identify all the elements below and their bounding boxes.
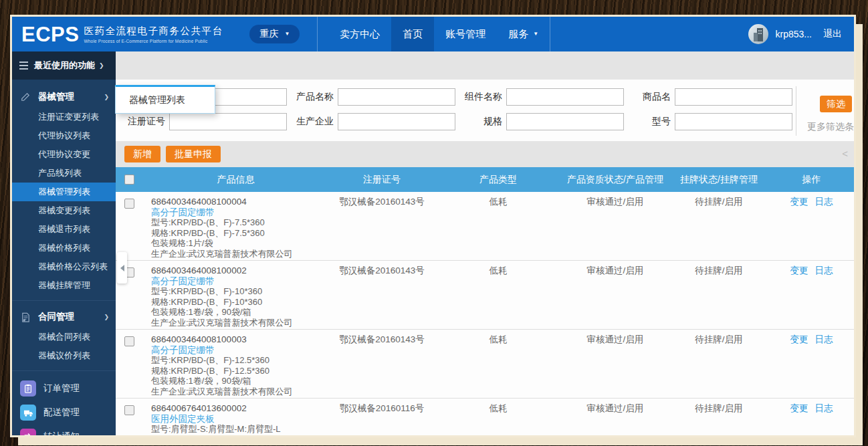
filter-field: 生产企业	[292, 113, 461, 130]
product-detail: 生产企业:武汉克瑞普新技术有限公司	[151, 249, 329, 259]
sidebar-collapse-handle[interactable]	[117, 252, 127, 284]
row-actions: 变更日志	[769, 334, 854, 345]
sidebar-item[interactable]: 器械价格列表	[12, 239, 116, 257]
platform-title: 医药全流程电子商务公共平台	[84, 25, 223, 37]
sidebar-item[interactable]: 器械管理列表	[12, 183, 116, 201]
filter-input[interactable]	[506, 113, 624, 130]
filter-input[interactable]	[675, 113, 792, 130]
table-toolbar: 新增 批量申报 <	[116, 141, 854, 167]
row-checkbox[interactable]	[124, 405, 134, 415]
product-name-link[interactable]: 高分子固定绷带	[151, 276, 215, 286]
filter-input[interactable]	[506, 88, 624, 106]
row-checkbox[interactable]	[124, 199, 134, 209]
more-filters-link[interactable]: 更多筛选条	[807, 121, 854, 133]
product-type: 低耗	[435, 265, 562, 276]
avatar[interactable]	[748, 24, 768, 44]
product-name-link[interactable]: 高分子固定绷带	[151, 345, 215, 355]
filter-field: 注册证号	[124, 113, 292, 130]
action-link[interactable]: 变更	[790, 265, 808, 275]
product-name-link[interactable]: 医用外固定夹板	[151, 414, 215, 424]
filter-field: 产品名称	[292, 88, 461, 106]
sidebar-item[interactable]: 器械价格公示列表	[12, 257, 116, 276]
nav-item[interactable]: 账号管理	[434, 17, 497, 51]
filter-field-label: 注册证号	[124, 116, 165, 128]
nav-item[interactable]: 服务▼	[497, 17, 550, 51]
product-type: 低耗	[435, 334, 562, 345]
listing-status: 待挂牌/启用	[669, 265, 769, 276]
sidebar-item[interactable]: 器械合同列表	[12, 328, 116, 346]
filter-button[interactable]: 筛选	[820, 96, 852, 112]
products-table: 产品信息注册证号产品类型产品资质状态/产品管理挂牌状态/挂牌管理操作 68640…	[116, 167, 854, 435]
sidebar-item[interactable]: 器械议价列表	[12, 346, 116, 365]
listing-status: 待挂牌/启用	[669, 197, 769, 207]
nav-item-label: 首页	[403, 28, 423, 41]
qualification-status: 审核通过/启用	[562, 403, 669, 414]
filter-input[interactable]	[338, 113, 455, 130]
registration-number: 鄂汉械备20160143号	[329, 197, 435, 207]
table-body: 6864003464008100004高分子固定绷带型号:KRP/BD-(B、F…	[116, 192, 854, 435]
product-name-link[interactable]: 高分子固定绷带	[151, 207, 215, 217]
sidebar-section[interactable]: 器械管理❯	[12, 86, 116, 108]
action-link[interactable]: 变更	[790, 403, 808, 413]
listing-status: 待挂牌/启用	[669, 403, 769, 414]
sidebar-item[interactable]: 产品线列表	[12, 164, 116, 183]
nav-item-label: 账号管理	[445, 28, 485, 41]
dropdown-item[interactable]: 器械管理列表	[129, 94, 185, 106]
sidebar-item[interactable]: 配送管理	[12, 401, 116, 425]
product-info-cell: 6864006764013600002医用外固定夹板型号:肩臂型-S:肩臂型-M…	[142, 403, 329, 435]
filter-field-label: 型号	[629, 116, 671, 128]
caret-down-icon: ▼	[284, 31, 290, 37]
batch-declare-button[interactable]: 批量申报	[166, 146, 221, 162]
column-header: 产品类型	[435, 174, 562, 186]
add-button[interactable]: 新增	[124, 146, 160, 162]
action-link[interactable]: 变更	[790, 197, 808, 207]
username[interactable]: krp853...	[776, 29, 812, 39]
product-detail: 型号:KRP/BD-(B、F)-10*360	[151, 286, 329, 297]
hamburger-icon	[19, 62, 28, 70]
region-selector[interactable]: 重庆 ▼	[249, 25, 300, 43]
sidebar-section[interactable]: 合同管理❯	[12, 306, 116, 328]
action-link[interactable]: 日志	[815, 265, 833, 275]
table-row: 6864003464008100004高分子固定绷带型号:KRP/BD-(B、F…	[116, 192, 854, 261]
filter-row: 产品编码产品名称组件名称商品名	[124, 88, 854, 106]
filter-input[interactable]	[338, 88, 455, 106]
nav-item-label: 服务	[508, 28, 528, 41]
action-link[interactable]: 变更	[790, 334, 808, 344]
sidebar-item[interactable]: 代理协议变更	[12, 145, 116, 164]
filter-input[interactable]	[169, 113, 287, 130]
row-checkbox[interactable]	[124, 336, 134, 346]
collapse-left-icon	[120, 265, 124, 271]
row-actions: 变更日志	[769, 197, 854, 207]
region-label: 重庆	[259, 28, 278, 40]
filter-field: 型号	[629, 113, 798, 130]
qualification-status: 审核通过/启用	[562, 197, 669, 207]
chevron-right-icon: ❯	[104, 314, 109, 320]
recent-functions-header[interactable]: 最近使用的功能 ❯	[12, 51, 116, 80]
product-detail: 生产企业:武汉克瑞普新技术有限公司	[151, 386, 329, 397]
filter-input[interactable]	[675, 88, 792, 106]
sidebar-item[interactable]: 器械挂牌管理	[12, 276, 116, 295]
sidebar-section-label: 合同管理	[38, 311, 104, 323]
nav-item[interactable]: 首页	[391, 17, 434, 51]
select-all-checkbox[interactable]	[124, 175, 134, 185]
column-header: 产品资质状态/产品管理	[562, 174, 669, 186]
sidebar-item[interactable]: 代理协议列表	[12, 126, 116, 145]
listing-status: 待挂牌/启用	[669, 334, 769, 345]
action-link[interactable]: 日志	[815, 334, 833, 344]
main-content: 产品编码产品名称组件名称商品名 注册证号生产企业规格型号 筛选 更多筛选条 新增…	[116, 51, 854, 435]
sidebar-item[interactable]: 器械退市列表	[12, 220, 116, 239]
scroll-left-icon[interactable]: <	[842, 148, 848, 159]
transfer-icon	[20, 429, 36, 435]
action-link[interactable]: 日志	[815, 197, 833, 207]
logout-button[interactable]: 退出	[823, 28, 842, 40]
sidebar-item[interactable]: 订单管理	[12, 376, 116, 401]
nav-item[interactable]: 卖方中心	[328, 17, 391, 51]
sidebar-item[interactable]: 转让通知	[12, 425, 116, 435]
sidebar-item[interactable]: 器械变更列表	[12, 201, 116, 220]
action-link[interactable]: 日志	[815, 403, 833, 413]
product-type: 低耗	[435, 403, 562, 414]
account-area: krp853... 退出	[748, 24, 842, 44]
registration-number: 鄂汉械备20160143号	[329, 334, 435, 345]
sidebar-item[interactable]: 注册证变更列表	[12, 108, 116, 126]
contract-icon	[21, 312, 31, 322]
